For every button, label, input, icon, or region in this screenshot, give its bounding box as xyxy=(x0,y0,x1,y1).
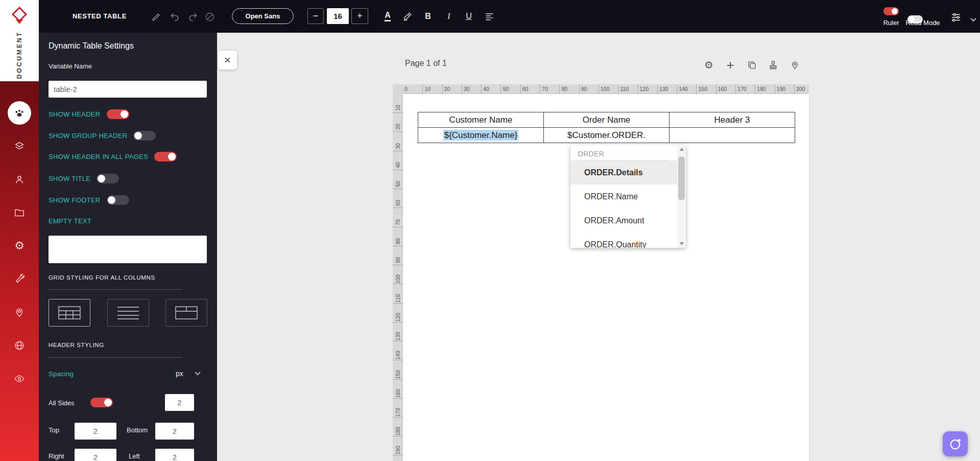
close-panel-button[interactable]: × xyxy=(218,51,237,70)
grid-style-header-button[interactable] xyxy=(165,299,207,327)
table-header-cell[interactable]: Order Name xyxy=(544,112,670,128)
spacing-left-label: Left xyxy=(129,452,140,460)
show-title-toggle[interactable] xyxy=(97,174,119,183)
spacing-top-input[interactable] xyxy=(75,423,116,440)
canvas-toolbar: ⚙ + xyxy=(704,59,800,71)
underline-button[interactable]: U xyxy=(462,9,475,24)
show-header-toggle[interactable] xyxy=(107,109,129,119)
spacing-unit-select[interactable]: px xyxy=(176,370,201,378)
grid-style-rows-button[interactable] xyxy=(107,299,149,327)
eye-icon xyxy=(14,373,25,384)
spacing-bottom-input[interactable] xyxy=(155,423,194,440)
variable-name-input[interactable] xyxy=(49,81,207,98)
show-group-header-toggle[interactable] xyxy=(133,131,156,141)
font-size-value[interactable]: 16 xyxy=(327,8,349,24)
table-cell-order-name[interactable]: $Customer.ORDER. xyxy=(544,128,670,143)
ruler-mark-horizontal: 80 xyxy=(559,84,579,94)
font-size-decrease-button[interactable]: − xyxy=(307,8,324,24)
clear-format-icon[interactable] xyxy=(203,10,217,24)
settings-sliders-icon[interactable] xyxy=(949,11,963,24)
font-color-icon: A xyxy=(385,11,391,21)
scroll-up-icon[interactable] xyxy=(677,145,686,153)
spacing-unit-value: px xyxy=(176,370,183,378)
all-sides-input[interactable] xyxy=(165,394,194,411)
ruler-mark-vertical: 120 xyxy=(393,304,403,322)
page-settings-gear-icon[interactable]: ⚙ xyxy=(704,59,714,71)
person-icon xyxy=(14,174,25,185)
font-family-select[interactable]: Open Sans xyxy=(232,8,294,24)
bold-button[interactable]: B xyxy=(421,9,435,24)
ruler-mark-horizontal: 0 xyxy=(403,84,422,94)
alignment-button[interactable] xyxy=(483,9,496,24)
align-lines-icon xyxy=(485,12,494,21)
empty-text-input[interactable] xyxy=(49,236,207,263)
all-sides-toggle[interactable] xyxy=(90,398,113,407)
sidebar-item-tools[interactable] xyxy=(0,262,39,295)
ruler-toggle[interactable] xyxy=(883,7,899,15)
plus-icon: + xyxy=(357,11,363,21)
sidebar-item-files[interactable] xyxy=(0,196,39,229)
panel-title: Dynamic Table Settings xyxy=(49,41,134,51)
sidebar-item-preview[interactable] xyxy=(0,362,39,395)
minus-icon: − xyxy=(313,11,319,21)
scrollbar-thumb[interactable] xyxy=(678,156,685,200)
horizontal-ruler: 0 10 20 30 40 50 60 70 80 90 100 110 120… xyxy=(403,84,809,94)
empty-text-label: EMPTY TEXT xyxy=(49,217,91,225)
ruler-mark-vertical: 130 xyxy=(393,322,403,341)
table-cell-customer-name[interactable]: ${Customer.Name} xyxy=(418,128,544,143)
dropdown-item-order-amount[interactable]: ORDER.Amount xyxy=(570,209,677,233)
scroll-down-icon[interactable] xyxy=(677,240,686,248)
show-footer-toggle[interactable] xyxy=(107,195,129,205)
chevron-down-icon[interactable] xyxy=(967,13,980,27)
spacing-right-input[interactable] xyxy=(75,449,116,461)
font-color-button[interactable]: A xyxy=(381,9,394,24)
all-sides-label: All Sides xyxy=(49,399,75,407)
folder-icon xyxy=(14,207,25,218)
highlight-button[interactable] xyxy=(401,9,414,24)
dropdown-scrollbar[interactable] xyxy=(677,145,686,248)
sidebar-item-location[interactable] xyxy=(0,295,39,329)
dropdown-item-order-quantity[interactable]: ORDER.Quantity xyxy=(570,233,677,248)
sidebar-item-support[interactable] xyxy=(0,163,39,196)
assistant-icon xyxy=(949,437,962,451)
show-group-header-row: SHOW GROUP HEADER xyxy=(49,131,156,141)
dropdown-group-label: ORDER xyxy=(570,145,686,160)
show-header-all-pages-toggle[interactable] xyxy=(154,152,177,162)
dropdown-item-order-details[interactable]: ORDER.Details xyxy=(570,160,677,185)
table-data-row: ${Customer.Name} $Customer.ORDER. xyxy=(418,128,795,143)
paw-icon xyxy=(8,101,31,125)
redo-icon[interactable] xyxy=(186,10,199,24)
spacing-left-input[interactable] xyxy=(155,449,194,461)
sidebar-item-globe[interactable] xyxy=(0,329,39,362)
map-pin-icon[interactable] xyxy=(790,59,800,71)
ruler-mark-horizontal: 100 xyxy=(599,84,618,94)
show-footer-label: SHOW FOOTER xyxy=(49,196,101,204)
edit-icon[interactable] xyxy=(149,10,162,24)
sidebar-item-settings[interactable]: ⚙ xyxy=(0,229,39,262)
grid-styling-divider xyxy=(49,289,182,290)
ruler-mark-horizontal: 10 xyxy=(422,84,442,94)
italic-button[interactable]: I xyxy=(442,9,456,24)
dropdown-item-order-name[interactable]: ORDER.Name xyxy=(570,185,677,209)
add-page-icon[interactable]: + xyxy=(725,59,735,71)
assistant-button[interactable] xyxy=(943,431,968,456)
undo-icon[interactable] xyxy=(169,10,182,24)
ruler-mark-horizontal: 50 xyxy=(500,84,520,94)
table-cell-header3[interactable] xyxy=(670,128,795,143)
ruler-mark-horizontal: 190 xyxy=(775,84,794,94)
table-header-cell[interactable]: Customer Name xyxy=(418,112,544,128)
sidebar-item-signature[interactable] xyxy=(0,96,39,129)
vertical-ruler: 10 20 30 40 50 60 70 80 90 100 110 120 1… xyxy=(393,94,403,461)
ruler-mark-vertical: 160 xyxy=(393,380,403,399)
ruler-mark-horizontal: 160 xyxy=(716,84,735,94)
duplicate-page-icon[interactable] xyxy=(747,59,757,71)
font-family-value: Open Sans xyxy=(246,12,280,20)
grid-style-full-button[interactable] xyxy=(49,299,90,327)
font-size-increase-button[interactable]: + xyxy=(351,8,368,24)
show-group-header-label: SHOW GROUP HEADER xyxy=(49,132,127,140)
table-header-cell[interactable]: Header 3 xyxy=(670,112,795,128)
stamp-icon[interactable] xyxy=(768,59,778,71)
spacing-label: Spacing xyxy=(49,370,74,378)
highlighter-icon xyxy=(402,11,413,21)
sidebar-item-layers[interactable] xyxy=(0,129,39,163)
